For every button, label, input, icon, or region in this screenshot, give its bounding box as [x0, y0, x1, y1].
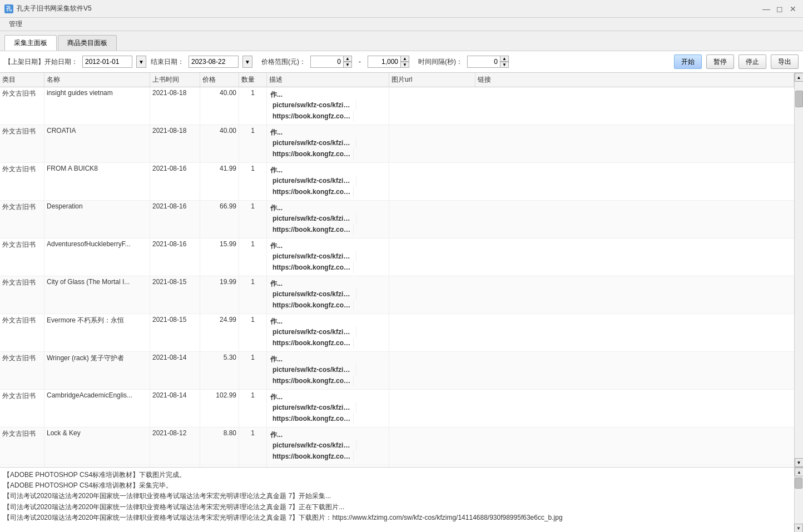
cell-imgurl: picture/sw/kfz-cos/kfzimg...	[270, 251, 356, 262]
table-row[interactable]: 外文古旧书 AdventuresofHuckleberryF... 2021-0…	[0, 238, 794, 276]
cell-date: 2021-08-12	[150, 427, 200, 465]
log-scroll-down[interactable]: ▼	[794, 524, 803, 532]
export-button[interactable]: 导出	[771, 54, 799, 69]
cell-category: 外文古旧书	[0, 314, 44, 351]
cell-name: Wringer (rack) 笼子守护者	[44, 352, 150, 389]
cell-name: CROATIA	[44, 125, 150, 162]
cell-name: insight guides vietnam	[44, 87, 150, 125]
scroll-thumb[interactable]	[795, 91, 803, 107]
start-date-input[interactable]	[82, 56, 132, 68]
table-main: 类目 名称 上书时间 价格 数量 描述 图片url 链接 外文古旧书 insig…	[0, 73, 794, 467]
cell-category: 外文古旧书	[0, 390, 44, 427]
end-date-picker-btn[interactable]: ▼	[242, 56, 252, 68]
table-row[interactable]: 外文古旧书 CambridgeAcademicEnglis... 2021-08…	[0, 390, 794, 427]
log-line: 【ADOBE PHOTOSHOP CS4标准培训教材】采集完毕。	[3, 480, 790, 491]
cell-qty: 1	[239, 352, 267, 389]
price-min-input[interactable]	[310, 56, 344, 68]
cell-qty: 1	[239, 238, 267, 276]
cell-price: 8.80	[200, 427, 239, 465]
table-row[interactable]: 外文古旧书 Wringer (rack) 笼子守护者 2021-08-14 5.…	[0, 352, 794, 390]
cell-category: 外文古旧书	[0, 238, 44, 276]
col-header-name: 名称	[44, 73, 150, 87]
minimize-button[interactable]: —	[761, 3, 772, 14]
cell-category: 外文古旧书	[0, 276, 44, 314]
cell-qty: 1	[239, 87, 267, 125]
cell-date: 2021-08-15	[150, 314, 200, 351]
col-header-price: 价格	[200, 73, 239, 87]
log-scroll-thumb[interactable]	[795, 478, 802, 489]
title-bar: 孔 孔夫子旧书网采集软件V5 — ◻ ✕	[0, 0, 803, 18]
price-max-input[interactable]	[368, 56, 401, 68]
time-interval-spinners: ▲ ▼	[500, 56, 509, 68]
table-row[interactable]: 外文古旧书 Lock & Key 2021-08-12 8.80 1 作... …	[0, 427, 794, 465]
time-interval-down-btn[interactable]: ▼	[500, 62, 509, 68]
tab-main-panel[interactable]: 采集主面板	[4, 35, 57, 51]
tab-category-panel[interactable]: 商品类目面板	[58, 35, 117, 51]
restore-button[interactable]: ◻	[774, 3, 785, 14]
pause-button[interactable]: 暂停	[706, 54, 734, 69]
col-header-desc: 描述	[267, 73, 389, 87]
cell-price: 40.00	[200, 125, 239, 162]
table-header: 类目 名称 上书时间 价格 数量 描述 图片url 链接	[0, 73, 794, 87]
table-row[interactable]: 外文古旧书 Desperation 2021-08-16 66.99 1 作..…	[0, 201, 794, 238]
cell-qty: 1	[239, 276, 267, 314]
table-row[interactable]: 外文古旧书 CROATIA 2021-08-18 40.00 1 作... pi…	[0, 125, 794, 163]
cell-date: 2021-08-15	[150, 276, 200, 314]
scroll-track-area	[795, 82, 803, 458]
price-max-up-btn[interactable]: ▲	[400, 56, 409, 62]
cell-imgurl: picture/sw/kfz-cos/kfzimg...	[270, 213, 356, 224]
price-min-up-btn[interactable]: ▲	[343, 56, 352, 62]
table-with-scroll: 类目 名称 上书时间 价格 数量 描述 图片url 链接 外文古旧书 insig…	[0, 73, 803, 467]
log-scrollbar[interactable]: ▲ ▼	[794, 468, 803, 532]
time-interval-input[interactable]	[467, 56, 500, 68]
cell-imgurl: picture/sw/kfz-cos/kfzimg...	[270, 440, 356, 451]
table-row[interactable]: 外文古旧书 Evermore 不朽系列：永恒 2021-08-15 24.99 …	[0, 314, 794, 352]
cell-name: AdventuresofHuckleberryF...	[44, 238, 150, 276]
cell-date: 2021-08-16	[150, 163, 200, 200]
cell-price: 15.99	[200, 238, 239, 276]
cell-price: 24.99	[200, 314, 239, 351]
cell-desc: 作... picture/sw/kfz-cos/kfzimg... https:…	[267, 352, 389, 389]
cell-imgurl: picture/sw/kfz-cos/kfzimg...	[270, 364, 356, 375]
close-button[interactable]: ✕	[787, 3, 799, 14]
cell-date: 2021-08-14	[150, 390, 200, 427]
cell-price: 5.30	[200, 352, 239, 389]
price-max-down-btn[interactable]: ▼	[400, 62, 409, 68]
log-line: 【司法考试2020瑞达法考2020年国家统一法律职业资格考试瑞达法考宋宏光明讲理…	[3, 491, 790, 501]
log-line: 【司法考试2020瑞达法考2020年国家统一法律职业资格考试瑞达法考宋宏光明讲理…	[3, 513, 790, 523]
cell-link: https://book.kongfz.com/...	[270, 186, 354, 197]
cell-price: 40.00	[200, 87, 239, 125]
start-button[interactable]: 开始	[674, 54, 702, 69]
cell-link: https://book.kongfz.com/...	[270, 262, 354, 273]
log-scroll-up[interactable]: ▲	[795, 468, 803, 476]
stop-button[interactable]: 停止	[738, 54, 766, 69]
cell-category: 外文古旧书	[0, 201, 44, 238]
cell-category: 外文古旧书	[0, 427, 44, 465]
col-header-qty: 数量	[239, 73, 267, 87]
cell-date: 2021-08-14	[150, 352, 200, 389]
table-row[interactable]: 外文古旧书 insight guides vietnam 2021-08-18 …	[0, 87, 794, 125]
cell-link: https://book.kongfz.com/...	[270, 300, 354, 311]
price-min-container: ▲ ▼	[310, 56, 352, 68]
cell-link: https://book.kongfz.com/...	[270, 148, 354, 160]
cell-date: 2021-08-18	[150, 125, 200, 162]
price-min-down-btn[interactable]: ▼	[343, 62, 352, 68]
cell-imgurl: picture/sw/kfz-cos/kfzimg...	[270, 289, 356, 300]
cell-link: https://book.kongfz.com/...	[270, 224, 354, 235]
menu-manage[interactable]: 管理	[4, 18, 27, 30]
start-date-picker-btn[interactable]: ▼	[136, 56, 146, 68]
col-header-category: 类目	[0, 73, 44, 87]
table-scrollbar[interactable]: ▲ ▼	[794, 73, 803, 467]
scroll-up-arrow[interactable]: ▲	[795, 73, 804, 82]
cell-price: 102.99	[200, 390, 239, 427]
table-row[interactable]: 外文古旧书 FROM A BUICK8 2021-08-16 41.99 1 作…	[0, 163, 794, 201]
cell-name: Lock & Key	[44, 427, 150, 465]
toolbar: 【上架日期】开始日期： ▼ 结束日期： ▼ 价格范围(元)： ▲ ▼ - ▲ ▼…	[0, 51, 803, 73]
cell-name: CambridgeAcademicEnglis...	[44, 390, 150, 427]
end-date-input[interactable]	[189, 56, 239, 68]
table-body[interactable]: 外文古旧书 insight guides vietnam 2021-08-18 …	[0, 87, 794, 467]
scroll-down-arrow[interactable]: ▼	[795, 458, 804, 467]
cell-link: https://book.kongfz.com/...	[270, 451, 354, 462]
time-interval-up-btn[interactable]: ▲	[500, 56, 509, 62]
table-row[interactable]: 外文古旧书 City of Glass (The Mortal I... 202…	[0, 276, 794, 314]
